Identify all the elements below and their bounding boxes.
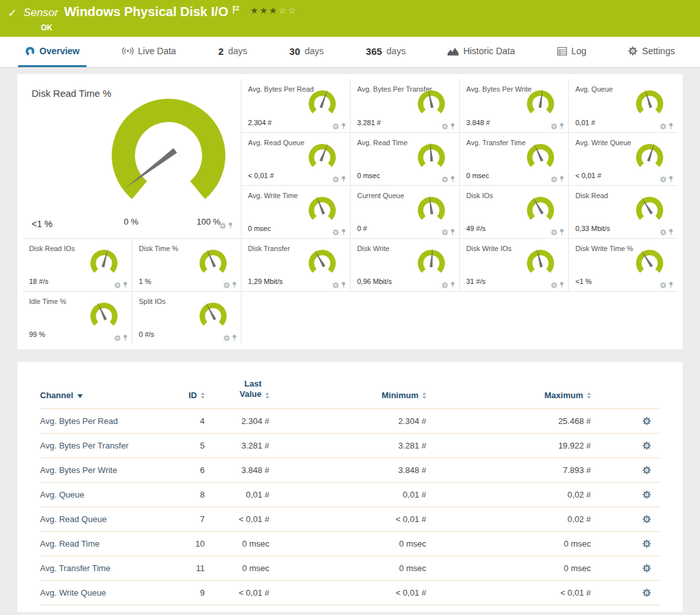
gear-icon[interactable] xyxy=(660,282,666,288)
pin-icon[interactable] xyxy=(668,228,674,236)
gauge-tile-avg-bytes-per-transfer[interactable]: Avg. Bytes Per Transfer3.281 # xyxy=(350,79,459,132)
pin-icon[interactable] xyxy=(123,334,128,341)
star-empty-icon[interactable]: ☆ xyxy=(278,5,288,15)
gauge-tile-avg-bytes-per-read[interactable]: Avg. Bytes Per Read2.304 # xyxy=(241,79,350,132)
gauge-tile-disk-read[interactable]: Disk Read0,33 Mbit/s xyxy=(568,185,677,238)
tab-label: Historic Data xyxy=(463,46,515,56)
gauge-tile-idle-time[interactable]: Idle Time %99 % xyxy=(23,291,132,344)
gear-icon[interactable] xyxy=(643,417,651,425)
gear-icon[interactable] xyxy=(442,229,448,236)
gear-icon[interactable] xyxy=(333,123,339,130)
tab-settings[interactable]: Settings xyxy=(621,37,682,67)
gear-icon[interactable] xyxy=(643,539,651,548)
gear-icon[interactable] xyxy=(442,176,448,183)
gauge-value: 0,96 Mbit/s xyxy=(357,277,392,285)
pin-icon[interactable] xyxy=(559,228,564,236)
gear-icon[interactable] xyxy=(660,176,666,183)
gauge-tile-disk-write-ios[interactable]: Disk Write IOs31 #/s xyxy=(459,238,568,291)
gauge-tile-avg-read-time[interactable]: Avg. Read Time0 msec xyxy=(350,132,459,185)
gauge-tile-empty xyxy=(241,291,350,344)
gauge-tile-avg-write-queue[interactable]: Avg. Write Queue< 0,01 # xyxy=(568,132,677,185)
pin-icon[interactable] xyxy=(559,281,564,288)
pin-icon[interactable] xyxy=(123,281,128,288)
pin-icon[interactable] xyxy=(668,281,674,288)
gear-icon[interactable] xyxy=(643,564,651,572)
pin-icon[interactable] xyxy=(450,281,455,288)
pin-icon[interactable] xyxy=(341,176,346,183)
pin-icon[interactable] xyxy=(668,176,674,183)
gear-icon[interactable] xyxy=(333,229,339,236)
gear-icon[interactable] xyxy=(643,515,651,523)
gauge-tile-split-ios[interactable]: Split IOs0 #/s xyxy=(132,291,241,344)
gear-icon[interactable] xyxy=(643,490,651,499)
gear-icon[interactable] xyxy=(643,589,651,597)
pin-icon[interactable] xyxy=(341,123,346,130)
tab-live-data[interactable]: Live Data xyxy=(115,37,183,67)
gauge-tile-avg-transfer-time[interactable]: Avg. Transfer Time0 msec xyxy=(459,132,568,185)
gauge-tools xyxy=(442,281,455,288)
pin-icon[interactable] xyxy=(450,228,455,236)
star-empty-icon[interactable]: ☆ xyxy=(288,5,298,15)
column-header-maximum[interactable]: Maximum xyxy=(426,390,591,400)
tab-historic-data[interactable]: Historic Data xyxy=(440,37,522,67)
gear-icon[interactable] xyxy=(333,176,339,183)
gauge-tile-disk-write[interactable]: Disk Write0,96 Mbit/s xyxy=(350,238,459,291)
pin-icon[interactable] xyxy=(232,281,237,288)
gear-icon[interactable] xyxy=(551,176,557,183)
star-filled-icon[interactable]: ★ xyxy=(269,5,279,15)
gauge-arc xyxy=(414,88,449,120)
pin-icon[interactable] xyxy=(341,228,346,236)
gauge-tile-current-queue[interactable]: Current Queue0 # xyxy=(350,185,459,238)
pin-icon[interactable] xyxy=(232,334,237,341)
tab-overview[interactable]: Overview xyxy=(18,37,87,67)
column-header-minimum[interactable]: Minimum xyxy=(269,390,426,400)
gauge-tile-avg-queue[interactable]: Avg. Queue0,01 # xyxy=(568,79,677,132)
gear-icon[interactable] xyxy=(223,282,230,288)
gear-icon[interactable] xyxy=(114,282,121,288)
gauge-tile-disk-write-time[interactable]: Disk Write Time %<1 % xyxy=(568,238,677,291)
column-header-id[interactable]: ID xyxy=(163,390,205,400)
sort-icon[interactable] xyxy=(587,392,591,399)
sort-caret-icon[interactable] xyxy=(77,394,83,398)
gear-icon[interactable] xyxy=(442,123,448,130)
large-gauge-disk-read-time[interactable]: Disk Read Time %0 %100 %<1 % xyxy=(23,79,241,238)
gauge-tile-disk-transfer[interactable]: Disk Transfer1,29 Mbit/s xyxy=(241,238,350,291)
gear-icon[interactable] xyxy=(333,282,339,288)
gear-icon[interactable] xyxy=(660,123,666,130)
gear-icon[interactable] xyxy=(643,441,651,450)
pin-icon[interactable] xyxy=(450,123,455,130)
gauge-value: 0 msec xyxy=(357,172,380,179)
gear-icon[interactable] xyxy=(643,466,651,474)
gear-icon[interactable] xyxy=(223,335,230,341)
star-filled-icon[interactable]: ★ xyxy=(250,5,260,15)
gear-icon[interactable] xyxy=(442,282,448,288)
gauge-tile-avg-bytes-per-write[interactable]: Avg. Bytes Per Write3.848 # xyxy=(459,79,568,132)
pin-icon[interactable] xyxy=(668,123,674,130)
gauge-tile-avg-read-queue[interactable]: Avg. Read Queue< 0,01 # xyxy=(241,132,350,185)
tab-log[interactable]: Log xyxy=(550,37,593,67)
gear-icon[interactable] xyxy=(551,282,557,288)
gear-icon[interactable] xyxy=(660,229,666,236)
gauge-tile-disk-time[interactable]: Disk Time %1 % xyxy=(132,238,241,291)
pin-icon[interactable] xyxy=(341,281,346,288)
rating-stars[interactable]: ★★★☆☆ xyxy=(250,5,297,15)
column-header-channel[interactable]: Channel xyxy=(40,390,163,400)
pin-icon[interactable] xyxy=(559,176,564,183)
pin-icon[interactable] xyxy=(228,222,233,229)
star-filled-icon[interactable]: ★ xyxy=(260,5,269,15)
column-header-last-value[interactable]: Last Value xyxy=(205,379,269,400)
tab-365-days[interactable]: 365days xyxy=(359,37,413,67)
pin-icon[interactable] xyxy=(559,123,564,130)
gear-icon[interactable] xyxy=(551,229,557,236)
gauge-tile-disk-read-ios[interactable]: Disk Read IOs18 #/s xyxy=(23,238,132,291)
gear-icon[interactable] xyxy=(551,123,557,130)
pin-icon[interactable] xyxy=(450,176,455,183)
gear-icon[interactable] xyxy=(220,223,226,229)
tab-30-days[interactable]: 30days xyxy=(282,37,331,67)
gauge-tile-disk-ios[interactable]: Disk IOs49 #/s xyxy=(459,185,568,238)
flag-icon[interactable] xyxy=(232,5,240,17)
gauge-tile-avg-write-time[interactable]: Avg. Write Time0 msec xyxy=(241,185,350,238)
gear-icon[interactable] xyxy=(114,335,121,341)
gauge-arc xyxy=(632,194,667,227)
tab-2-days[interactable]: 2days xyxy=(211,37,254,67)
